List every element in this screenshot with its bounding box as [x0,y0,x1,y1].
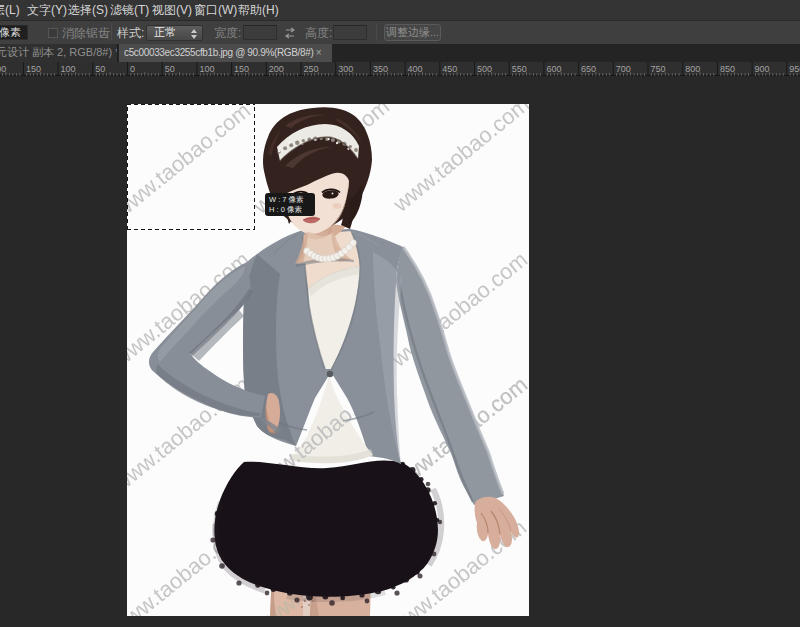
svg-text:300: 300 [338,64,353,74]
svg-text:400: 400 [408,64,423,74]
svg-text:100: 100 [199,64,214,74]
svg-text:900: 900 [755,64,770,74]
svg-text:250: 250 [304,64,319,74]
svg-text:850: 850 [720,64,735,74]
svg-text:150: 150 [26,64,41,74]
svg-text:650: 650 [581,64,596,74]
svg-text:800: 800 [685,64,700,74]
svg-text:50: 50 [95,64,105,74]
svg-text:450: 450 [442,64,457,74]
svg-text:150: 150 [234,64,249,74]
svg-text:500: 500 [477,64,492,74]
svg-text:0: 0 [130,64,135,74]
svg-text:350: 350 [373,64,388,74]
svg-text:750: 750 [651,64,666,74]
svg-text:700: 700 [616,64,631,74]
svg-text:950: 950 [789,64,800,74]
svg-text:100: 100 [61,64,76,74]
svg-text:600: 600 [546,64,561,74]
svg-text:550: 550 [512,64,527,74]
svg-text:50: 50 [165,64,175,74]
svg-text:200: 200 [269,64,284,74]
svg-text:200: 200 [0,64,6,74]
